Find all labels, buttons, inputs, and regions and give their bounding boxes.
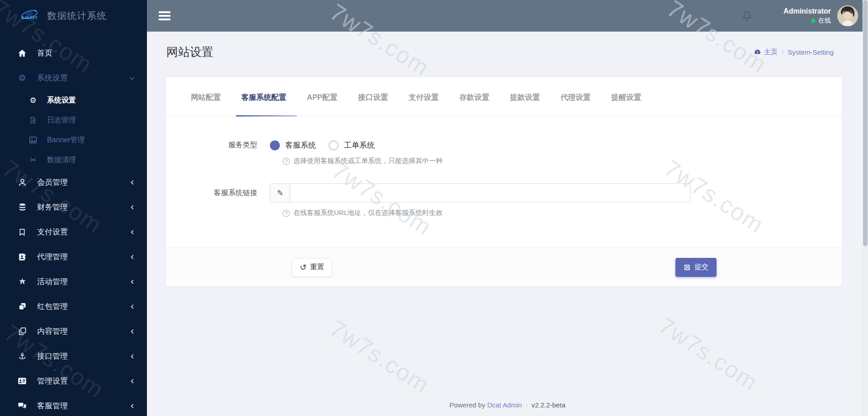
powered-by-text: Powered by bbox=[449, 401, 485, 409]
service-type-label: 服务类型 bbox=[166, 140, 270, 150]
user-menu[interactable]: Administrator 在线 bbox=[783, 7, 831, 25]
sidebar-item-log-management[interactable]: 日志管理 bbox=[0, 110, 147, 130]
online-status-dot bbox=[811, 19, 816, 23]
tab-api-settings[interactable]: 接口设置 bbox=[358, 93, 388, 116]
submit-button-label: 提交 bbox=[694, 262, 708, 272]
service-link-input[interactable] bbox=[290, 184, 690, 202]
chevron-left-icon bbox=[129, 254, 136, 260]
sidebar-item-label: 首页 bbox=[37, 48, 136, 58]
chevron-left-icon bbox=[129, 328, 136, 335]
address-book-icon bbox=[16, 252, 28, 262]
sidebar-item-system-settings[interactable]: ⚙ 系统设置 bbox=[0, 90, 147, 110]
app-logo[interactable]: GALAXY 数据统计系统 bbox=[0, 0, 147, 32]
sidebar-item-label: 会员管理 bbox=[37, 177, 129, 187]
tab-website-config[interactable]: 网站配置 bbox=[191, 93, 221, 116]
service-link-input-group: ✎ bbox=[270, 183, 691, 202]
tab-reminder-settings[interactable]: 提醒设置 bbox=[611, 93, 641, 116]
sidebar-item-customer-service[interactable]: 客服管理 bbox=[0, 393, 147, 416]
footer-separator: · bbox=[526, 401, 528, 409]
scrollbar-thumb[interactable] bbox=[863, 0, 868, 246]
radio-option-customer-service[interactable]: 客服系统 bbox=[270, 140, 316, 150]
sidebar-menu: 首页 ⚙ 系统设置 ⚙ 系统设置 日志管理 Banner管理 ✂ bbox=[0, 32, 147, 416]
sidebar-item-system-settings-parent[interactable]: ⚙ 系统设置 bbox=[0, 65, 147, 90]
dcat-admin-link[interactable]: Dcat Admin bbox=[487, 401, 522, 409]
sidebar-toggle-button[interactable] bbox=[159, 11, 170, 20]
user-icon bbox=[16, 178, 28, 187]
settings-card: 网站配置 客服系统配置 APP配置 接口设置 支付设置 存款设置 提款设置 代理… bbox=[166, 77, 842, 286]
sidebar-item-member-management[interactable]: 会员管理 bbox=[0, 170, 147, 195]
notifications-bell-icon[interactable] bbox=[741, 10, 753, 22]
bookmark-icon bbox=[16, 228, 28, 237]
scissors-icon: ✂ bbox=[28, 156, 38, 164]
sidebar-item-label: 财务管理 bbox=[37, 202, 129, 212]
dashboard-gauge-icon bbox=[754, 48, 761, 56]
sidebar-item-label: 管理设置 bbox=[37, 376, 129, 386]
sidebar-item-label: 活动管理 bbox=[37, 276, 129, 287]
save-icon bbox=[684, 264, 691, 271]
sidebar-item-redpacket-management[interactable]: 红包管理 bbox=[0, 294, 147, 319]
breadcrumb-separator: / bbox=[782, 48, 783, 56]
activity-icon bbox=[16, 277, 28, 286]
breadcrumb-current: System-Setting bbox=[788, 48, 834, 56]
radio-unchecked-icon bbox=[329, 140, 339, 150]
sidebar-item-activity-management[interactable]: 活动管理 bbox=[0, 269, 147, 294]
radio-option-label: 工单系统 bbox=[344, 140, 375, 150]
sidebar-item-label: 日志管理 bbox=[47, 116, 136, 125]
breadcrumb-home-label: 主页 bbox=[764, 48, 778, 56]
tab-customer-service-config[interactable]: 客服系统配置 bbox=[241, 93, 286, 116]
help-text: 在线客服系统URL地址，仅在选择客服系统时生效 bbox=[293, 209, 443, 217]
radio-checked-icon bbox=[270, 140, 280, 150]
content-icon bbox=[16, 327, 28, 336]
sidebar-item-home[interactable]: 首页 bbox=[0, 41, 147, 65]
anchor-icon: ⚓ bbox=[16, 352, 28, 360]
service-type-help: ? 选择使用客服系统或工单系统，只能选择其中一种 bbox=[283, 157, 842, 165]
sidebar-item-payment-settings[interactable]: 支付设置 bbox=[0, 220, 147, 244]
question-circle-icon: ? bbox=[283, 158, 290, 165]
chevron-left-icon bbox=[129, 403, 136, 409]
red-packet-icon bbox=[16, 302, 28, 311]
tab-withdrawal-settings[interactable]: 提款设置 bbox=[510, 93, 540, 116]
main-content: 网站设置 主页 / System-Setting 网站配置 客服系统配置 APP… bbox=[147, 32, 868, 416]
home-icon bbox=[16, 49, 28, 58]
sidebar-item-label: 系统设置 bbox=[47, 96, 136, 105]
database-icon bbox=[16, 203, 28, 212]
id-card-icon bbox=[16, 377, 28, 385]
sidebar-item-finance-management[interactable]: 财务管理 bbox=[0, 195, 147, 220]
breadcrumb-home-link[interactable]: 主页 bbox=[754, 48, 778, 56]
user-name: Administrator bbox=[783, 7, 831, 15]
reset-button[interactable]: ↺ 重置 bbox=[292, 258, 332, 277]
scrollbar-track bbox=[863, 0, 868, 416]
sidebar-item-label: 代理管理 bbox=[37, 252, 129, 262]
chevron-left-icon bbox=[129, 378, 136, 384]
reset-button-label: 重置 bbox=[310, 262, 324, 272]
comments-icon bbox=[16, 402, 28, 410]
submit-button[interactable]: 提交 bbox=[675, 258, 717, 277]
top-navbar: Administrator 在线 bbox=[147, 0, 868, 32]
sidebar-item-banner-management[interactable]: Banner管理 bbox=[0, 130, 147, 150]
tab-deposit-settings[interactable]: 存款设置 bbox=[459, 93, 489, 116]
tab-agent-settings[interactable]: 代理设置 bbox=[561, 93, 590, 116]
breadcrumb: 主页 / System-Setting bbox=[754, 48, 834, 56]
sidebar-item-data-cleanup[interactable]: ✂ 数据清理 bbox=[0, 150, 147, 170]
chevron-left-icon bbox=[129, 279, 136, 285]
sidebar-item-agent-management[interactable]: 代理管理 bbox=[0, 244, 147, 269]
gear-icon: ⚙ bbox=[28, 97, 38, 104]
page-footer: Powered by Dcat Admin · v2.2.2-beta bbox=[147, 401, 868, 409]
chevron-left-icon bbox=[129, 179, 136, 186]
undo-icon: ↺ bbox=[300, 263, 307, 271]
sidebar-item-label: 红包管理 bbox=[37, 301, 129, 312]
tab-app-config[interactable]: APP配置 bbox=[307, 93, 337, 116]
avatar[interactable] bbox=[837, 5, 858, 26]
chevron-left-icon bbox=[129, 204, 136, 210]
radio-option-label: 客服系统 bbox=[285, 140, 316, 150]
sidebar-item-content-management[interactable]: 内容管理 bbox=[0, 319, 147, 344]
sidebar-item-admin-settings[interactable]: 管理设置 bbox=[0, 369, 147, 393]
form-footer: ↺ 重置 提交 bbox=[166, 248, 842, 286]
sidebar-item-api-management[interactable]: ⚓ 接口管理 bbox=[0, 344, 147, 369]
page-title: 网站设置 bbox=[166, 44, 213, 60]
tab-payment-settings[interactable]: 支付设置 bbox=[409, 93, 439, 116]
galaxy-logo-icon: GALAXY bbox=[18, 6, 41, 25]
chevron-left-icon bbox=[129, 304, 136, 310]
chevron-left-icon bbox=[129, 353, 136, 360]
radio-option-ticket-system[interactable]: 工单系统 bbox=[329, 140, 375, 150]
